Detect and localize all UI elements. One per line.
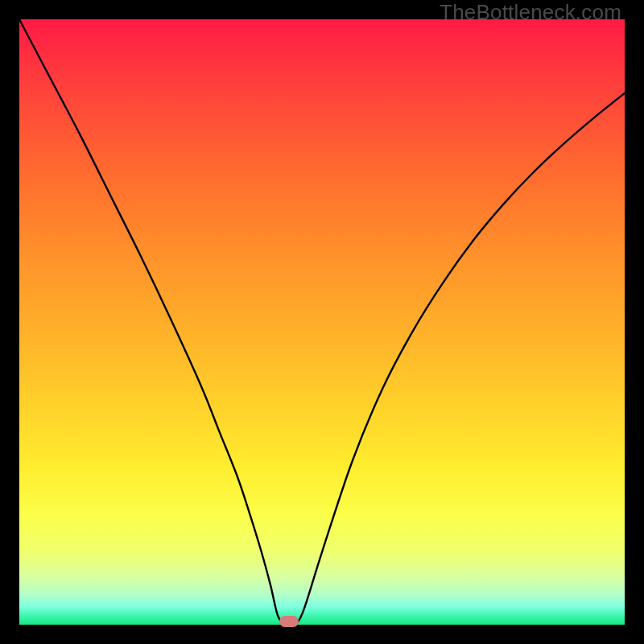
bottleneck-curve bbox=[19, 19, 625, 625]
optimum-marker bbox=[279, 616, 299, 627]
chart-plot-area bbox=[19, 19, 625, 625]
watermark-text: TheBottleneck.com bbox=[440, 0, 621, 25]
